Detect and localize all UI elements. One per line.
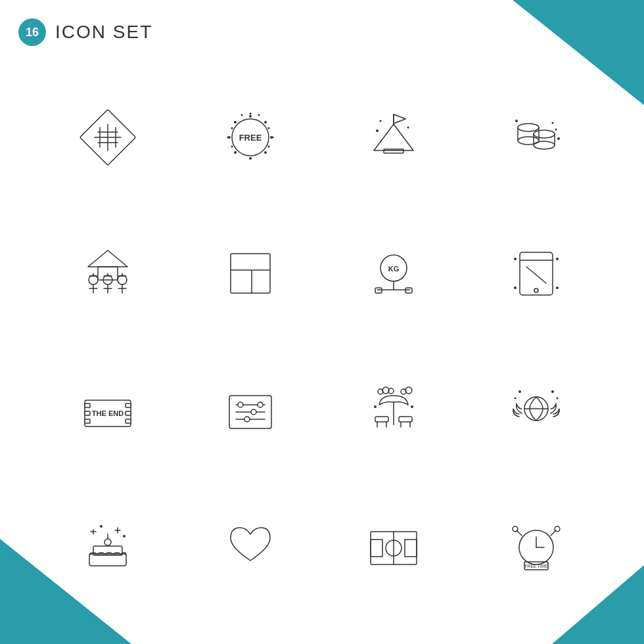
svg-point-37 <box>534 130 555 138</box>
svg-point-136 <box>555 526 560 532</box>
svg-text:FREE TIME: FREE TIME <box>525 564 548 568</box>
svg-point-24 <box>268 145 270 147</box>
svg-point-9 <box>249 157 252 160</box>
svg-rect-80 <box>85 403 90 407</box>
svg-point-32 <box>407 126 409 128</box>
svg-point-31 <box>379 120 381 122</box>
svg-point-57 <box>118 275 127 285</box>
icon-hashtag-diamond[interactable] <box>39 72 176 202</box>
icon-audio-mixer[interactable] <box>183 345 319 475</box>
icon-flag-podium[interactable] <box>325 72 462 202</box>
icon-coins-stack[interactable] <box>469 72 605 202</box>
icon-the-end-film[interactable]: THE END <box>39 345 176 475</box>
icon-layout-grid[interactable] <box>183 209 319 339</box>
page-title: ICON SET <box>55 22 152 43</box>
svg-point-19 <box>231 127 233 129</box>
svg-point-14 <box>234 151 237 154</box>
svg-point-33 <box>518 124 539 131</box>
svg-point-23 <box>231 145 233 147</box>
icon-grid: FREE <box>39 72 605 611</box>
icon-alarm-clock[interactable]: FREE TIME <box>469 482 605 612</box>
svg-point-13 <box>264 121 267 124</box>
svg-rect-96 <box>375 417 388 422</box>
svg-text:FREE: FREE <box>239 133 262 143</box>
icon-birthday-cake[interactable] <box>39 482 176 612</box>
svg-point-77 <box>514 287 517 289</box>
svg-point-22 <box>272 136 274 138</box>
svg-point-42 <box>552 122 554 124</box>
svg-point-47 <box>89 275 98 285</box>
svg-rect-85 <box>126 419 131 423</box>
svg-rect-128 <box>371 540 382 557</box>
svg-point-93 <box>244 417 250 422</box>
svg-point-117 <box>104 539 111 545</box>
svg-point-30 <box>376 129 379 132</box>
svg-rect-70 <box>405 288 412 293</box>
svg-rect-81 <box>85 411 90 415</box>
svg-point-113 <box>515 397 517 399</box>
svg-point-108 <box>411 405 413 408</box>
svg-point-12 <box>234 121 237 124</box>
svg-rect-99 <box>399 417 412 422</box>
svg-rect-27 <box>384 149 403 153</box>
svg-rect-62 <box>231 254 270 293</box>
svg-point-16 <box>250 112 252 114</box>
svg-text:THE END: THE END <box>92 409 124 417</box>
icon-dumbbell-kg[interactable]: KG <box>325 209 462 339</box>
svg-point-38 <box>534 141 555 149</box>
icon-beach-umbrella[interactable] <box>325 345 462 475</box>
svg-point-17 <box>258 114 260 116</box>
svg-point-112 <box>551 390 554 393</box>
svg-point-92 <box>251 409 256 415</box>
svg-point-134 <box>513 526 518 532</box>
svg-point-18 <box>241 114 243 116</box>
icon-basketball-award[interactable] <box>469 345 605 475</box>
svg-point-78 <box>556 287 559 289</box>
icon-soccer-field[interactable] <box>325 482 462 612</box>
svg-point-94 <box>258 402 263 407</box>
icon-free-badge[interactable]: FREE <box>183 72 319 202</box>
svg-point-43 <box>555 128 557 130</box>
svg-point-123 <box>100 525 103 528</box>
icon-heart[interactable] <box>183 482 319 612</box>
svg-marker-29 <box>394 114 405 124</box>
svg-point-72 <box>534 288 538 292</box>
svg-point-75 <box>514 258 517 260</box>
svg-rect-83 <box>126 403 131 407</box>
svg-point-111 <box>518 390 521 393</box>
svg-line-74 <box>526 267 546 283</box>
header: 16 ICON SET <box>18 18 152 46</box>
svg-point-20 <box>268 127 270 129</box>
svg-point-8 <box>249 115 252 118</box>
svg-point-106 <box>405 387 412 394</box>
svg-rect-82 <box>85 419 90 423</box>
icon-graduation-team[interactable] <box>39 209 176 339</box>
svg-point-44 <box>557 137 560 140</box>
svg-point-15 <box>264 151 267 154</box>
svg-text:KG: KG <box>388 265 400 273</box>
svg-rect-129 <box>405 540 417 557</box>
svg-point-107 <box>374 405 377 408</box>
svg-rect-84 <box>126 411 131 415</box>
badge-number: 16 <box>18 18 46 46</box>
svg-rect-69 <box>375 288 382 293</box>
icon-tablet-device[interactable] <box>469 209 605 339</box>
svg-point-21 <box>227 136 229 138</box>
svg-marker-45 <box>88 250 127 267</box>
svg-point-76 <box>556 258 559 260</box>
svg-point-114 <box>557 397 559 399</box>
svg-point-124 <box>123 535 126 538</box>
svg-point-41 <box>515 120 518 122</box>
svg-point-91 <box>238 402 243 407</box>
